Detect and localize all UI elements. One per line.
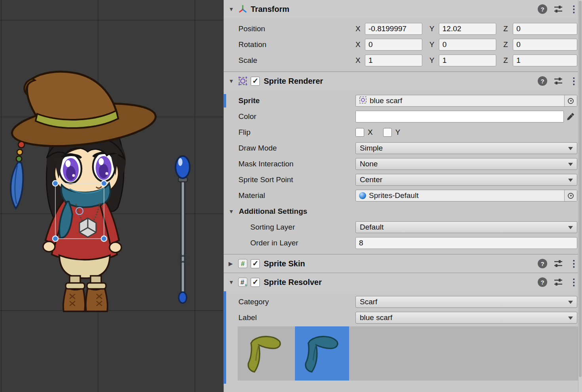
sprite-renderer-component: ▼ Sprite Renderer ? ⋮ bbox=[224, 72, 582, 254]
sprite-variant-strip bbox=[238, 326, 578, 381]
foldout-closed-icon[interactable]: ▶ bbox=[229, 260, 237, 267]
mask-interaction-label: Mask Interaction bbox=[238, 160, 355, 168]
position-z-field[interactable]: 0 bbox=[513, 23, 577, 35]
sprite-field-value: blue scarf bbox=[370, 96, 402, 105]
scale-x-field[interactable]: 1 bbox=[365, 55, 422, 66]
color-field[interactable] bbox=[355, 111, 564, 122]
category-dropdown[interactable]: Scarf bbox=[355, 296, 577, 308]
kebab-menu-icon[interactable]: ⋮ bbox=[569, 5, 576, 14]
sprite-renderer-icon bbox=[237, 76, 248, 86]
kebab-menu-icon[interactable]: ⋮ bbox=[569, 77, 576, 86]
rotation-y-field[interactable]: 0 bbox=[439, 39, 496, 51]
staff-sprite[interactable] bbox=[176, 156, 190, 303]
foldout-open-icon[interactable]: ▼ bbox=[229, 6, 237, 12]
axis-y-label: Y bbox=[429, 40, 439, 49]
presets-icon[interactable] bbox=[554, 5, 563, 13]
sprite-label: Sprite bbox=[238, 96, 355, 105]
flip-label: Flip bbox=[238, 128, 355, 137]
inspector-scrollbar[interactable] bbox=[578, 0, 582, 392]
component-enabled-checkbox[interactable] bbox=[251, 259, 260, 268]
scene-view[interactable] bbox=[0, 0, 223, 392]
flip-y-checkbox[interactable] bbox=[383, 128, 392, 137]
color-row: Color bbox=[224, 109, 582, 124]
flip-x-checkbox[interactable] bbox=[355, 128, 364, 137]
flip-row: Flip X Y bbox=[224, 124, 582, 140]
foldout-open-icon[interactable]: ▼ bbox=[229, 208, 237, 215]
inspector-panel: ▼ Transform ? ⋮ bbox=[223, 0, 582, 392]
foldout-open-icon[interactable]: ▼ bbox=[229, 78, 237, 84]
position-y-field[interactable]: 12.02 bbox=[439, 23, 496, 35]
label-dropdown[interactable]: blue scarf bbox=[355, 312, 577, 324]
sprite-option-blue-scarf[interactable] bbox=[295, 326, 349, 381]
component-title: Sprite Skin bbox=[264, 259, 305, 268]
component-enabled-checkbox[interactable] bbox=[251, 77, 260, 86]
sprite-sort-point-label: Sprite Sort Point bbox=[238, 175, 355, 184]
component-title: Sprite Resolver bbox=[264, 278, 322, 287]
rotation-label: Rotation bbox=[238, 40, 355, 49]
material-field-value: Sprites-Default bbox=[369, 191, 419, 200]
color-label: Color bbox=[238, 112, 355, 121]
additional-settings-label: Additional Settings bbox=[239, 207, 307, 216]
sorting-layer-row: Sorting Layer Default bbox=[224, 219, 582, 235]
sorting-layer-dropdown[interactable]: Default bbox=[355, 221, 577, 233]
sprite-resolver-icon: #+ bbox=[237, 277, 248, 287]
presets-icon[interactable] bbox=[554, 259, 563, 268]
rotation-x-field[interactable]: 0 bbox=[365, 39, 422, 51]
character-sprite[interactable] bbox=[9, 72, 158, 311]
help-icon[interactable]: ? bbox=[538, 259, 547, 268]
kebab-menu-icon[interactable]: ⋮ bbox=[569, 278, 576, 287]
draw-mode-label: Draw Mode bbox=[238, 144, 355, 153]
axis-x-label: X bbox=[355, 24, 365, 33]
sprite-resolver-body: Category Scarf Label blue scarf bbox=[224, 291, 582, 384]
sprite-skin-component: ▶ # Sprite Skin ? ⋮ bbox=[224, 254, 582, 273]
axis-x-label: X bbox=[355, 56, 365, 65]
scrollbar-thumb[interactable] bbox=[579, 1, 582, 377]
presets-icon[interactable] bbox=[554, 77, 563, 85]
rotation-z-field[interactable]: 0 bbox=[513, 39, 577, 51]
help-icon[interactable]: ? bbox=[538, 277, 547, 287]
material-label: Material bbox=[238, 191, 355, 200]
position-x-field[interactable]: -0.8199997 bbox=[365, 23, 422, 35]
axis-x-label: X bbox=[355, 40, 365, 49]
rotation-row: Rotation X0 Y0 Z0 bbox=[224, 37, 582, 53]
sprite-skin-icon: # bbox=[237, 258, 248, 269]
flip-y-label: Y bbox=[395, 128, 401, 137]
material-object-field[interactable]: Sprites-Default bbox=[355, 190, 577, 202]
object-picker-icon[interactable] bbox=[564, 95, 577, 106]
component-enabled-checkbox[interactable] bbox=[251, 278, 260, 287]
kebab-menu-icon[interactable]: ⋮ bbox=[569, 259, 576, 268]
help-icon[interactable]: ? bbox=[538, 76, 547, 86]
foldout-open-icon[interactable]: ▼ bbox=[229, 279, 237, 285]
mask-interaction-dropdown[interactable]: None bbox=[355, 158, 577, 170]
category-label: Category bbox=[238, 298, 355, 306]
sprite-option-green-scarf[interactable] bbox=[238, 326, 292, 381]
sprite-sort-point-dropdown[interactable]: Center bbox=[355, 174, 577, 186]
svg-text:#: # bbox=[241, 260, 245, 268]
sprite-sort-point-row: Sprite Sort Point Center bbox=[224, 172, 582, 188]
sprite-object-field[interactable]: blue scarf bbox=[355, 95, 577, 107]
selection-handle bbox=[101, 236, 107, 241]
help-icon[interactable]: ? bbox=[538, 4, 547, 14]
category-row: Category Scarf bbox=[224, 294, 582, 310]
sprite-row: Sprite blue scarf bbox=[224, 93, 582, 109]
draw-mode-dropdown[interactable]: Simple bbox=[355, 142, 577, 154]
material-row: Material Sprites-Default bbox=[224, 188, 582, 204]
component-title: Transform bbox=[251, 5, 289, 14]
eyedropper-icon[interactable] bbox=[564, 112, 577, 121]
label-label: Label bbox=[238, 313, 355, 322]
position-label: Position bbox=[238, 24, 355, 33]
material-sphere-icon bbox=[359, 192, 366, 199]
scale-row: Scale X1 Y1 Z1 bbox=[224, 53, 582, 68]
selection-handle bbox=[53, 236, 58, 241]
scale-y-field[interactable]: 1 bbox=[439, 55, 496, 66]
object-picker-icon[interactable] bbox=[564, 190, 577, 201]
sprite-asset-icon bbox=[359, 96, 367, 106]
scale-z-field[interactable]: 1 bbox=[513, 55, 577, 66]
axis-z-label: Z bbox=[503, 56, 513, 65]
presets-icon[interactable] bbox=[554, 278, 563, 286]
flip-x-label: X bbox=[368, 128, 373, 137]
svg-text:#: # bbox=[240, 279, 244, 286]
order-in-layer-field[interactable]: 8 bbox=[355, 237, 577, 249]
selection-handle bbox=[53, 181, 58, 186]
axis-z-label: Z bbox=[503, 24, 513, 33]
